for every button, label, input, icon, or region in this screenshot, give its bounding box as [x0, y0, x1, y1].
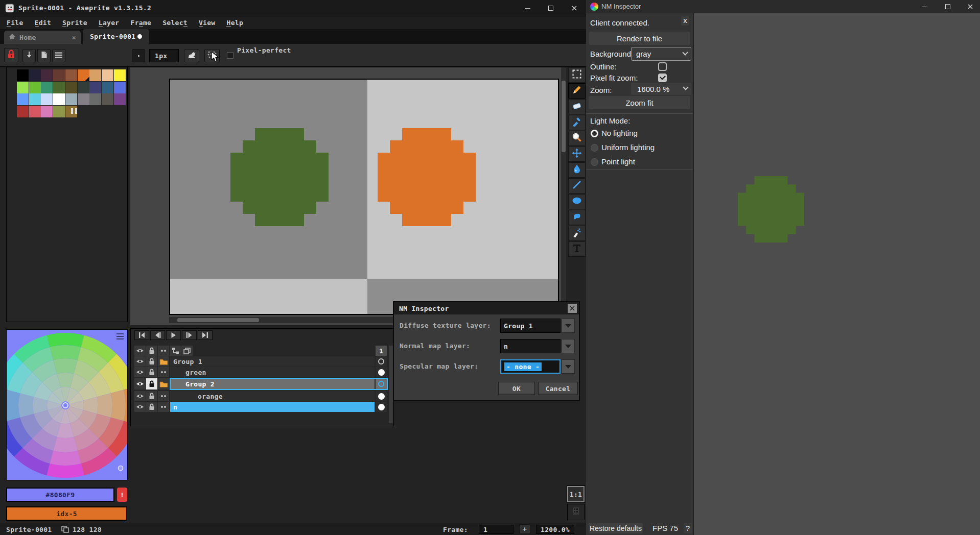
palette-swatch-4[interactable] [65, 69, 77, 81]
menu-sprite[interactable]: Sprite [57, 17, 93, 28]
palette-swatch-19[interactable] [29, 93, 41, 105]
palette-swatch-15[interactable] [89, 82, 101, 93]
palette-swatch-9[interactable] [17, 82, 29, 93]
timeline-zoom-ratio-button[interactable]: 1:1 [567, 486, 585, 502]
palette-swatch-14[interactable] [78, 82, 89, 93]
text-tool-button[interactable] [568, 241, 586, 257]
zoom-level-input[interactable]: 1200.0% [536, 525, 574, 534]
tab-sprite-0001[interactable]: Sprite-0001 [83, 29, 149, 44]
palette-swatch-5[interactable] [78, 69, 89, 81]
palette-swatch-17[interactable] [114, 82, 126, 93]
palette-swatch-0[interactable] [17, 69, 29, 81]
minimize-button[interactable] [516, 0, 539, 16]
layer-row-n[interactable]: n [170, 402, 375, 412]
eraser-tool-button[interactable] [568, 99, 586, 114]
ok-button[interactable]: OK [498, 382, 535, 395]
outline-checkbox[interactable] [658, 62, 667, 71]
layer-visibility-toggle[interactable] [134, 402, 146, 412]
cel-cell[interactable] [376, 378, 387, 390]
marquee-tool-button[interactable] [568, 67, 586, 83]
palette-swatch-20[interactable] [41, 93, 53, 105]
palette-swatch-6[interactable] [89, 69, 101, 81]
cel-cell[interactable] [376, 356, 387, 367]
layer-lock-toggle[interactable] [146, 391, 157, 401]
playback-next-button[interactable] [182, 330, 197, 340]
palette-swatch-30[interactable] [53, 106, 65, 117]
header-copy-icon[interactable] [181, 346, 193, 356]
palette-swatch-24[interactable] [89, 93, 101, 105]
palette-swatch-10[interactable] [29, 82, 41, 93]
palette-warning-button[interactable]: ! [117, 488, 127, 502]
ellipse-tool-button[interactable] [568, 194, 586, 209]
palette-lock-button[interactable] [4, 48, 18, 62]
layer-link-toggle[interactable] [158, 402, 169, 412]
layer-row-group-1[interactable]: Group 1 [170, 356, 375, 367]
layer-row-green[interactable]: green [170, 367, 375, 377]
layer-lock-toggle[interactable] [146, 402, 157, 412]
playback-first-button[interactable] [134, 330, 149, 340]
pixel-perfect-checkbox[interactable] [227, 52, 234, 59]
menu-file[interactable]: File [1, 17, 29, 28]
add-frame-button[interactable]: + [519, 524, 530, 534]
dismiss-status-button[interactable]: x [681, 16, 689, 26]
ink-type-button[interactable] [184, 49, 199, 62]
playback-last-button[interactable] [198, 330, 213, 340]
layer-visibility-toggle[interactable] [134, 391, 146, 401]
cel-cell[interactable] [376, 367, 387, 377]
playback-prev-button[interactable] [150, 330, 165, 340]
pixel-fit-zoom-checkbox[interactable] [658, 74, 667, 82]
menu-frame[interactable]: Frame [125, 17, 157, 28]
menu-edit[interactable]: Edit [29, 17, 57, 28]
minimize-button[interactable] [913, 0, 936, 13]
color-wheel[interactable] [7, 330, 128, 480]
palette-swatch-27[interactable] [17, 106, 29, 117]
layer-row-group-2[interactable]: Group 2 [170, 378, 375, 390]
color-selector-menu-icon[interactable] [116, 333, 124, 339]
palette-swatch-28[interactable] [29, 106, 41, 117]
palette-sort-button[interactable] [22, 49, 36, 62]
palette-swatch-8[interactable] [114, 69, 126, 81]
close-button[interactable] [563, 0, 586, 16]
palette-swatch-1[interactable] [29, 69, 41, 81]
palette-swatch-11[interactable] [41, 82, 53, 93]
palette-swatch-29[interactable] [41, 106, 53, 117]
color-wheel-panel[interactable] [6, 329, 128, 480]
layer-lock-toggle[interactable] [146, 356, 157, 367]
menu-select[interactable]: Select [157, 17, 193, 28]
canvas-viewport[interactable] [130, 67, 566, 325]
radio-point-light[interactable] [591, 158, 598, 166]
dropdown-arrow-button[interactable] [562, 319, 575, 333]
timeline-scrollbar[interactable] [389, 346, 393, 423]
frame-header-cell[interactable]: 1 [376, 346, 387, 356]
dialog-title-bar[interactable]: NM Inspector [394, 302, 579, 314]
header-eye-icon[interactable] [134, 346, 146, 356]
line-tool-button[interactable] [568, 178, 586, 193]
maximize-button[interactable] [539, 0, 563, 16]
render-to-file-button[interactable]: Render to file [589, 32, 690, 45]
palette-swatch-22[interactable] [65, 93, 77, 105]
header-lock-icon[interactable] [146, 346, 157, 356]
bucket-tool-button[interactable] [568, 162, 586, 178]
layer-row-orange[interactable]: orange [170, 391, 375, 401]
palette-swatch-13[interactable] [65, 82, 77, 93]
layer-visibility-toggle[interactable] [134, 378, 146, 390]
dialog-close-button[interactable] [568, 304, 577, 313]
layer-lock-toggle[interactable] [146, 367, 157, 377]
palette-options-button[interactable] [52, 49, 65, 62]
radio-uniform-lighting[interactable] [591, 144, 598, 152]
cel-cell[interactable] [376, 402, 387, 412]
palette-swatch-26[interactable] [114, 93, 126, 105]
layer-link-toggle[interactable] [158, 391, 169, 401]
h-scroll-thumb[interactable] [177, 318, 259, 322]
palette-presets-button[interactable] [37, 49, 51, 62]
dialog-field-value-3[interactable]: - none - [500, 359, 561, 374]
eyedropper-tool-button[interactable] [568, 115, 586, 130]
help-button[interactable]: ? [684, 523, 692, 533]
zoom-tool-button[interactable] [568, 131, 586, 146]
dialog-field-value-1[interactable]: Group 1 [500, 319, 561, 333]
close-tab-icon[interactable]: × [72, 34, 76, 41]
group-folder-icon[interactable] [158, 356, 169, 367]
contour-tool-button[interactable] [568, 210, 586, 225]
timeline-toggle-button[interactable] [567, 504, 585, 520]
layer-visibility-toggle[interactable] [134, 367, 146, 377]
